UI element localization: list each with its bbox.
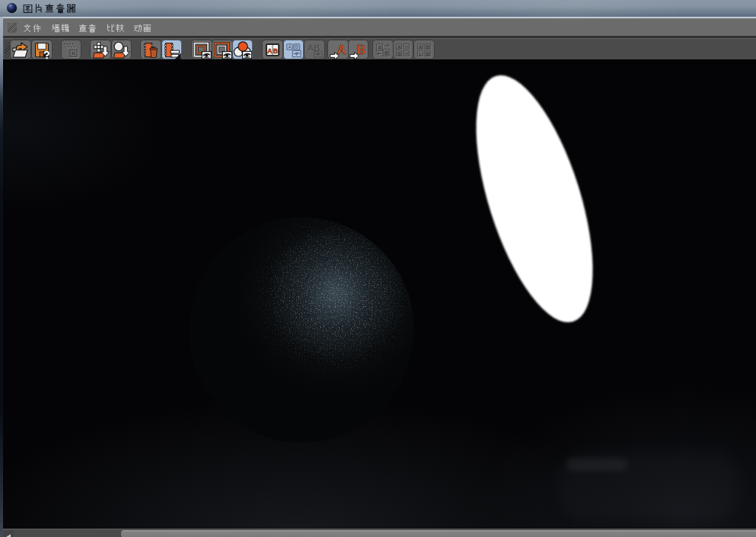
svg-text:B: B xyxy=(295,44,299,50)
svg-text:B: B xyxy=(384,50,388,56)
svg-text:A: A xyxy=(267,47,273,55)
svg-text:B: B xyxy=(397,50,401,56)
svg-text:A: A xyxy=(419,43,423,49)
svg-text:A: A xyxy=(378,45,381,50)
svg-text:A: A xyxy=(288,44,292,50)
svg-text:A: A xyxy=(397,43,401,49)
svg-text:B: B xyxy=(426,50,429,56)
svg-text:B: B xyxy=(357,43,366,56)
svg-text:L: L xyxy=(419,50,422,56)
svg-text:A: A xyxy=(337,43,346,56)
svg-text:B: B xyxy=(273,47,278,55)
svg-text:B: B xyxy=(426,43,429,49)
